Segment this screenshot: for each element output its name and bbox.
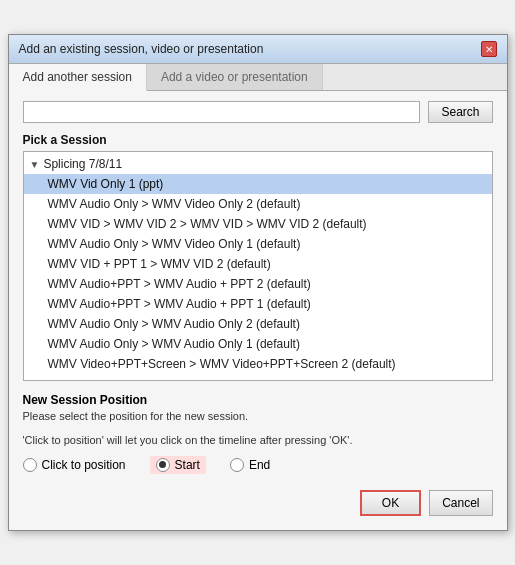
list-item[interactable]: WMV Audio+PPT > WMV Audio + PPT 2 (defau…	[24, 274, 492, 294]
cancel-button[interactable]: Cancel	[429, 490, 492, 516]
radio-start[interactable]	[156, 458, 170, 472]
dialog-content: Search Pick a Session ▼ Splicing 7/8/11 …	[9, 91, 507, 530]
ok-button[interactable]: OK	[360, 490, 421, 516]
session-list-container[interactable]: ▼ Splicing 7/8/11 WMV Vid Only 1 (ppt) W…	[23, 151, 493, 381]
list-item[interactable]: WMV VID > WMV VID 2 > WMV VID > WMV VID …	[24, 214, 492, 234]
list-item[interactable]: WMV Audio+PPT > WMV Audio + PPT 1 (defau…	[24, 294, 492, 314]
new-session-title: New Session Position	[23, 393, 493, 407]
dialog-titlebar: Add an existing session, video or presen…	[9, 35, 507, 64]
list-item[interactable]: WMV Vid Only 1 (ppt)	[24, 174, 492, 194]
option-start[interactable]: Start	[150, 456, 206, 474]
list-item[interactable]: WMV Audio Only > WMV Video Only 1 (defau…	[24, 234, 492, 254]
tree-arrow-icon: ▼	[30, 159, 40, 170]
search-row: Search	[23, 101, 493, 123]
tabs-container: Add another session Add a video or prese…	[9, 64, 507, 91]
search-input[interactable]	[23, 101, 421, 123]
dialog-title: Add an existing session, video or presen…	[19, 42, 264, 56]
option-click-to-position[interactable]: Click to position	[23, 458, 126, 472]
position-options: Click to position Start End	[23, 456, 493, 474]
list-item[interactable]: WMV Audio Only > WMV Audio Only 1 (defau…	[24, 334, 492, 354]
close-button[interactable]: ✕	[481, 41, 497, 57]
start-label: Start	[175, 458, 200, 472]
buttons-row: OK Cancel	[23, 484, 493, 520]
session-list: ▼ Splicing 7/8/11 WMV Vid Only 1 (ppt) W…	[24, 152, 492, 376]
new-session-desc-line2: 'Click to position' will let you click o…	[23, 433, 493, 448]
session-list-label: Pick a Session	[23, 133, 493, 147]
list-item[interactable]: WMV Audio Only > WMV Audio Only 2 (defau…	[24, 314, 492, 334]
tab-add-session[interactable]: Add another session	[9, 64, 147, 91]
list-item[interactable]: WMV Audio Only > WMV Video Only 2 (defau…	[24, 194, 492, 214]
tree-group-label: ▼ Splicing 7/8/11	[24, 154, 492, 174]
search-button[interactable]: Search	[428, 101, 492, 123]
end-label: End	[249, 458, 270, 472]
list-item[interactable]: WMV Video+PPT+Screen > WMV Video+PPT+Scr…	[24, 354, 492, 374]
radio-end[interactable]	[230, 458, 244, 472]
new-session-desc-line1: Please select the position for the new s…	[23, 409, 493, 424]
tab-add-video[interactable]: Add a video or presentation	[147, 64, 323, 90]
click-to-position-label: Click to position	[42, 458, 126, 472]
list-item[interactable]: WMV VID + PPT 1 > WMV VID 2 (default)	[24, 254, 492, 274]
radio-click-to-position[interactable]	[23, 458, 37, 472]
option-end[interactable]: End	[230, 458, 270, 472]
dialog: Add an existing session, video or presen…	[8, 34, 508, 531]
new-session-position-section: New Session Position Please select the p…	[23, 393, 493, 448]
